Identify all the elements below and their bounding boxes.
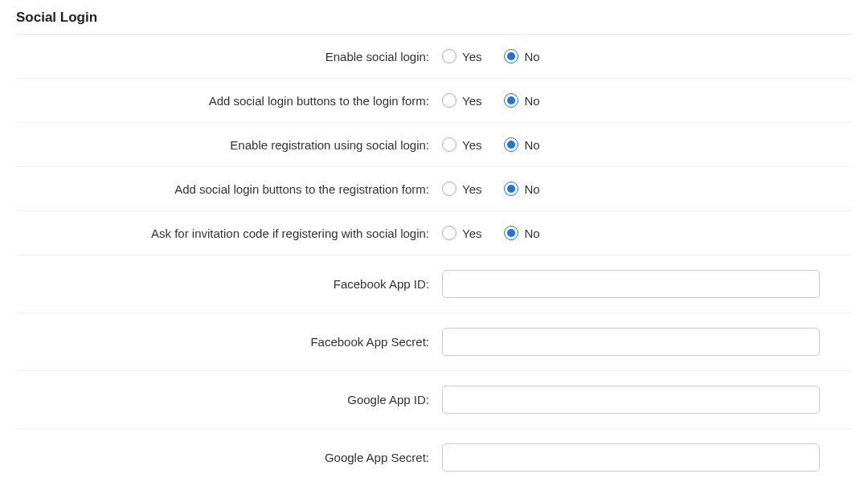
radio-add-buttons-login-form-yes[interactable]: Yes — [442, 93, 481, 108]
radio-label-no: No — [524, 227, 539, 240]
radio-ask-invitation-code-yes[interactable]: Yes — [442, 226, 481, 240]
radio-circle-icon — [442, 226, 457, 240]
label-add-buttons-login-form: Add social login buttons to the login fo… — [16, 94, 442, 108]
control-enable-registration-social: Yes No — [442, 137, 852, 152]
row-add-buttons-registration-form: Add social login buttons to the registra… — [16, 167, 852, 211]
label-google-app-id: Google App ID: — [16, 393, 442, 406]
radio-enable-social-login-yes[interactable]: Yes — [442, 49, 481, 63]
radio-label-no: No — [524, 94, 539, 108]
control-add-buttons-login-form: Yes No — [442, 93, 852, 108]
radio-circle-icon — [442, 137, 457, 152]
facebook-app-secret-input[interactable] — [442, 328, 820, 356]
radio-circle-icon — [504, 182, 518, 196]
control-google-app-id — [442, 386, 852, 414]
control-add-buttons-registration-form: Yes No — [442, 182, 852, 196]
row-ask-invitation-code: Ask for invitation code if registering w… — [16, 211, 852, 255]
row-google-app-secret: Google App Secret: — [16, 429, 852, 486]
radio-circle-icon — [504, 49, 518, 63]
radio-enable-registration-social-yes[interactable]: Yes — [442, 137, 481, 152]
section-title: Social Login — [16, 10, 852, 35]
radio-circle-icon — [442, 49, 457, 63]
row-google-app-id: Google App ID: — [16, 371, 852, 429]
google-app-secret-input[interactable] — [442, 443, 820, 472]
google-app-id-input[interactable] — [442, 386, 820, 414]
radio-label-yes: Yes — [462, 182, 481, 196]
radio-label-yes: Yes — [462, 94, 481, 108]
radio-label-no: No — [524, 138, 539, 152]
radio-add-buttons-registration-form-no[interactable]: No — [504, 182, 539, 196]
control-google-app-secret — [442, 443, 852, 472]
radio-enable-social-login-no[interactable]: No — [504, 49, 539, 63]
radio-label-no: No — [524, 182, 539, 196]
control-facebook-app-id — [442, 270, 852, 298]
radio-label-yes: Yes — [462, 50, 481, 63]
radio-enable-registration-social-no[interactable]: No — [504, 137, 539, 152]
control-ask-invitation-code: Yes No — [442, 226, 852, 240]
label-facebook-app-secret: Facebook App Secret: — [16, 335, 442, 349]
control-enable-social-login: Yes No — [442, 49, 852, 63]
label-google-app-secret: Google App Secret: — [16, 451, 442, 464]
radio-label-yes: Yes — [462, 138, 481, 152]
radio-circle-icon — [504, 93, 518, 108]
radio-circle-icon — [504, 137, 518, 152]
radio-add-buttons-registration-form-yes[interactable]: Yes — [442, 182, 481, 196]
radio-label-yes: Yes — [462, 227, 481, 240]
label-add-buttons-registration-form: Add social login buttons to the registra… — [16, 182, 442, 196]
label-enable-registration-social: Enable registration using social login: — [16, 138, 442, 152]
row-enable-registration-social: Enable registration using social login: … — [16, 123, 852, 167]
facebook-app-id-input[interactable] — [442, 270, 820, 298]
row-enable-social-login: Enable social login: Yes No — [16, 35, 852, 79]
row-facebook-app-secret: Facebook App Secret: — [16, 313, 852, 371]
radio-circle-icon — [442, 93, 457, 108]
radio-ask-invitation-code-no[interactable]: No — [504, 226, 539, 240]
row-add-buttons-login-form: Add social login buttons to the login fo… — [16, 79, 852, 123]
radio-label-no: No — [524, 50, 539, 63]
label-facebook-app-id: Facebook App ID: — [16, 277, 442, 291]
control-facebook-app-secret — [442, 328, 852, 356]
label-enable-social-login: Enable social login: — [16, 50, 442, 63]
row-facebook-app-id: Facebook App ID: — [16, 255, 852, 313]
radio-circle-icon — [504, 226, 518, 240]
label-ask-invitation-code: Ask for invitation code if registering w… — [16, 227, 442, 240]
radio-add-buttons-login-form-no[interactable]: No — [504, 93, 539, 108]
radio-circle-icon — [442, 182, 457, 196]
